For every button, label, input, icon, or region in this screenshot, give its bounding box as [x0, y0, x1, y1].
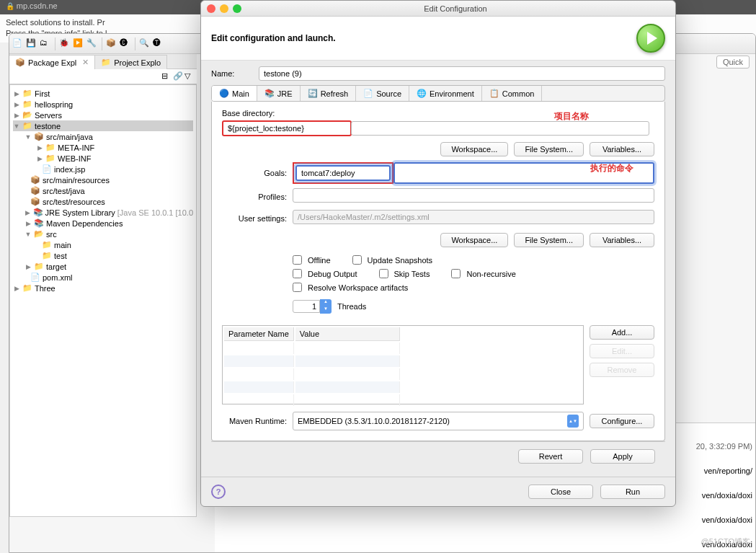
save-icon[interactable]: 💾 — [26, 38, 37, 50]
servers-icon: 📂 — [22, 110, 32, 120]
window-zoom-icon[interactable] — [233, 4, 241, 13]
tab-main[interactable]: 🔵Main — [212, 86, 257, 101]
project-icon: 📁 — [22, 121, 32, 130]
edit-param-button: Edit... — [590, 344, 654, 358]
offline-checkbox[interactable] — [293, 255, 302, 265]
save-all-icon[interactable]: 🗂 — [40, 38, 51, 50]
help-icon[interactable]: ? — [211, 485, 226, 499]
base-directory-input-rest[interactable] — [351, 121, 649, 136]
spin-down-icon[interactable]: ▼ — [320, 306, 332, 314]
source-folder-icon: 📦 — [30, 175, 40, 185]
source-folder-icon: 📦 — [34, 132, 44, 141]
tab-source[interactable]: 📄Source — [356, 86, 409, 101]
tab-jre[interactable]: 📚JRE — [257, 86, 301, 101]
maven-runtime-label: Maven Runtime: — [222, 417, 287, 425]
tab-refresh[interactable]: 🔄Refresh — [301, 86, 357, 101]
resolve-workspace-checkbox[interactable] — [293, 283, 302, 292]
source-folder-icon: 📦 — [30, 186, 40, 195]
user-settings-input[interactable] — [293, 210, 654, 224]
run-button[interactable]: Run — [600, 485, 665, 499]
debug-icon[interactable]: 🐞 — [59, 38, 71, 50]
apply-button[interactable]: Apply — [590, 449, 655, 464]
goals-label: Goals: — [222, 169, 287, 177]
maven-runtime-select[interactable]: EMBEDDED (3.5.3/1.10.0.20181127-2120) ▲▼ — [293, 412, 584, 430]
package-explorer-tab[interactable]: 📦 Package Expl ✕ — [9, 55, 95, 69]
workspace-button[interactable]: Workspace... — [440, 142, 508, 156]
jsp-file-icon: 📄 — [42, 164, 52, 174]
dialog-title: Edit Configuration — [241, 4, 670, 13]
watermark: @51CTO博客 — [701, 536, 750, 547]
skip-tests-checkbox[interactable] — [379, 269, 388, 278]
threads-label: Threads — [337, 302, 366, 311]
revert-button[interactable]: Revert — [518, 449, 583, 464]
library-icon: 📚 — [34, 218, 44, 228]
filesystem-button-2[interactable]: File System... — [514, 233, 584, 247]
new-class-icon[interactable]: 🅒 — [120, 38, 131, 50]
run-icon[interactable]: ▶️ — [73, 38, 84, 50]
base-directory-input[interactable] — [222, 120, 352, 136]
collapse-all-icon[interactable]: ⊟ — [161, 71, 172, 81]
add-param-button[interactable]: Add... — [590, 325, 654, 340]
close-button[interactable]: Close — [528, 485, 593, 499]
configure-button[interactable]: Configure... — [590, 414, 654, 428]
project-icon: 📁 — [22, 283, 32, 293]
search-icon[interactable]: 🔍 — [139, 38, 151, 50]
source-folder-icon: 📦 — [30, 197, 40, 206]
remove-param-button: Remove — [590, 363, 654, 377]
goals-input[interactable] — [295, 165, 391, 181]
window-minimize-icon[interactable] — [220, 4, 228, 13]
source-tab-icon: 📄 — [363, 89, 373, 98]
folder-icon: 📁 — [34, 262, 44, 271]
edit-configuration-dialog: Edit Configuration Edit configuration an… — [200, 0, 676, 507]
non-recursive-checkbox[interactable] — [451, 269, 461, 278]
project-icon: 📁 — [22, 89, 32, 98]
variables-button[interactable]: Variables... — [590, 142, 654, 156]
run-last-icon[interactable]: 🔧 — [86, 38, 98, 50]
variables-button-2[interactable]: Variables... — [590, 233, 654, 247]
project-icon: 📁 — [22, 99, 32, 109]
profiles-label: Profiles: — [222, 193, 287, 201]
package-icon: 📦 — [15, 58, 25, 67]
folder-icon: 📁 — [42, 251, 52, 260]
folder-icon: 📁 — [42, 240, 52, 249]
config-tabs: 🔵Main 📚JRE 🔄Refresh 📄Source 🌐Environment… — [211, 85, 665, 102]
refresh-tab-icon: 🔄 — [308, 89, 318, 98]
tab-environment[interactable]: 🌐Environment — [409, 86, 482, 101]
explorer-tabs: 📦 Package Expl ✕ 📁 Project Explo — [9, 54, 197, 69]
annotation-project-name: 项目名称 — [554, 110, 589, 123]
folder-icon: 📁 — [45, 154, 55, 163]
tab-common[interactable]: 📋Common — [482, 86, 543, 101]
update-snapshots-checkbox[interactable] — [352, 255, 362, 265]
jre-tab-icon: 📚 — [264, 89, 275, 98]
select-arrows-icon[interactable]: ▲▼ — [567, 415, 579, 428]
threads-input[interactable] — [293, 300, 320, 313]
library-icon: 📚 — [33, 208, 43, 217]
tree-testone[interactable]: ▼📁testone — [13, 120, 193, 131]
open-type-icon[interactable]: 🅣 — [153, 38, 164, 50]
project-tree[interactable]: ▶📁First ▶📁hellospring ▶📂Servers ▼📁teston… — [9, 84, 197, 517]
debug-output-checkbox[interactable] — [293, 269, 302, 278]
profiles-input[interactable] — [293, 188, 654, 203]
workspace-button-2[interactable]: Workspace... — [440, 233, 508, 247]
folder-icon: 📁 — [101, 58, 111, 67]
quick-access[interactable]: Quick — [716, 56, 750, 68]
view-menu-icon[interactable]: ▽ — [184, 71, 195, 81]
xml-file-icon: 📄 — [30, 273, 40, 282]
close-icon[interactable]: ✕ — [82, 58, 89, 67]
new-icon[interactable]: 📄 — [12, 38, 24, 50]
env-tab-icon: 🌐 — [417, 89, 427, 98]
threads-spinner[interactable]: ▲▼ — [293, 299, 332, 314]
folder-icon: 📂 — [34, 229, 44, 239]
new-package-icon[interactable]: 📦 — [106, 38, 117, 50]
project-explorer-tab[interactable]: 📁 Project Explo — [95, 55, 167, 69]
common-tab-icon: 📋 — [489, 89, 499, 98]
run-button-large[interactable] — [636, 24, 665, 53]
dialog-titlebar[interactable]: Edit Configuration — [201, 1, 675, 17]
window-close-icon[interactable] — [207, 4, 215, 13]
link-editor-icon[interactable]: 🔗 — [173, 71, 183, 81]
filesystem-button[interactable]: File System... — [514, 142, 584, 156]
parameters-table[interactable]: Parameter NameValue — [222, 325, 584, 404]
user-settings-label: User settings: — [222, 214, 287, 223]
spin-up-icon[interactable]: ▲ — [320, 299, 332, 306]
name-input[interactable] — [259, 66, 665, 81]
